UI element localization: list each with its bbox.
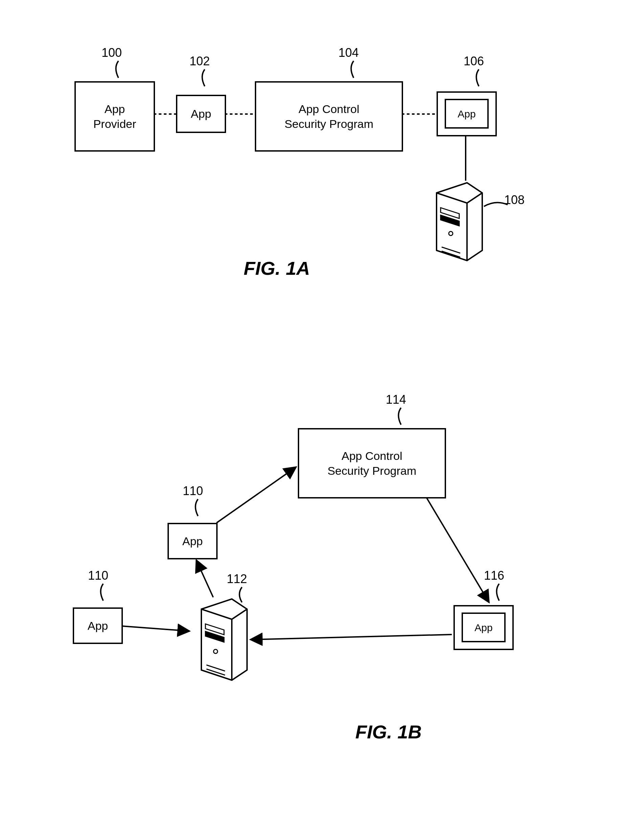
arr-110-114 — [216, 464, 301, 524]
arr-110b-112 — [122, 623, 193, 636]
conn-104-106 — [402, 113, 437, 115]
ref-104: 104 — [339, 46, 359, 60]
box-program-114: App Control Security Program — [298, 428, 446, 498]
conn-102-104 — [225, 113, 255, 115]
box-app-116: App — [462, 613, 506, 642]
arr-114-116 — [426, 497, 494, 606]
box-app-106: App — [445, 99, 489, 129]
conn-106-108 — [465, 135, 467, 181]
fig-1a-title: FIG. 1A — [244, 257, 310, 279]
ref-114: 114 — [386, 392, 406, 407]
svg-line-15 — [426, 497, 489, 602]
ref-102: 102 — [190, 54, 210, 68]
conn-100-102 — [153, 113, 176, 115]
ref-110a: 110 — [183, 484, 203, 498]
svg-line-18 — [250, 634, 452, 639]
ref-100: 100 — [101, 46, 122, 60]
svg-line-14 — [216, 467, 296, 523]
arr-112-110a — [195, 558, 218, 599]
box-app-102: App — [176, 95, 226, 133]
arr-116-112 — [249, 633, 454, 643]
box-app-110b: App — [73, 607, 123, 644]
ref-112: 112 — [227, 572, 247, 586]
svg-line-17 — [122, 626, 190, 631]
box-program-104: App Control Security Program — [255, 81, 403, 152]
ref-110b: 110 — [88, 569, 108, 583]
box-app-110a: App — [167, 523, 218, 559]
box-app-provider: App Provider — [74, 81, 155, 152]
server-108 — [426, 179, 487, 267]
fig-1b-title: FIG. 1B — [355, 721, 422, 743]
server-112 — [191, 596, 252, 690]
ref-106: 106 — [464, 54, 484, 68]
svg-line-16 — [196, 560, 213, 597]
